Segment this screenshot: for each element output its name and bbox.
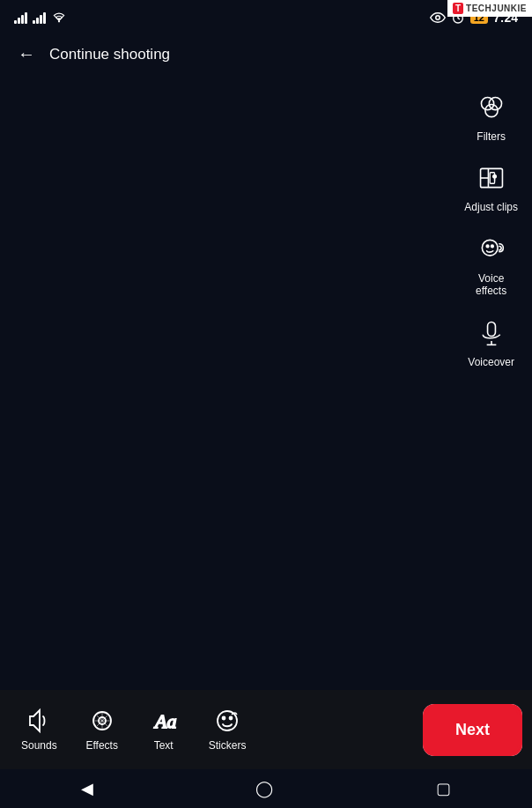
svg-point-0 [58,20,60,22]
sounds-label: Sounds [21,739,57,752]
svg-rect-14 [487,322,495,336]
svg-point-21 [223,717,225,720]
nav-back-button[interactable]: ◀ [63,772,111,805]
nav-title: Continue shooting [49,46,170,63]
nav-recents-button[interactable]: ▢ [418,772,469,805]
right-toolbar: Filters Adjust clips [464,88,518,368]
status-left [14,11,67,26]
stickers-tool[interactable]: Stickers [195,701,261,759]
signal-2 [33,11,46,24]
watermark-brand: TECHJUNKIE [466,4,527,13]
bottom-tools-group: Sounds Effects Aa Text [7,701,427,759]
svg-point-22 [230,717,233,720]
sounds-icon [26,708,52,734]
voiceover-label: Voiceover [468,356,514,368]
svg-point-11 [482,240,498,256]
filters-label: Filters [477,130,506,143]
voice-effects-icon [472,230,511,269]
signal-1 [14,11,27,24]
effects-icon [89,708,115,734]
text-tool[interactable]: Aa Text [133,701,195,759]
text-label: Text [154,739,174,752]
voice-effects-tool[interactable]: Voiceeffects [472,230,511,298]
watermark-t: T [453,3,463,14]
voiceover-tool[interactable]: Voiceover [468,314,514,368]
text-icon: Aa [151,708,177,734]
nav-home-button[interactable]: ◯ [238,772,291,805]
filters-icon [472,88,511,127]
eye-icon [430,11,446,24]
back-button[interactable]: ← [14,41,39,68]
main-content: Filters Adjust clips [0,79,532,690]
svg-point-4 [489,97,501,109]
stickers-icon [214,708,240,734]
stickers-label: Stickers [209,739,247,752]
effects-label: Effects [85,739,117,752]
filters-tool[interactable]: Filters [472,88,511,143]
voiceover-icon [472,314,511,352]
effects-tool[interactable]: Effects [71,701,133,759]
top-navigation: ← Continue shooting [0,32,532,77]
svg-text:Aa: Aa [153,710,176,732]
svg-point-12 [486,245,489,248]
voice-effects-label: Voiceeffects [476,272,506,298]
next-button[interactable]: Next [427,708,518,752]
watermark: T TECHJUNKIE [447,0,532,17]
system-nav-bar: ◀ ◯ ▢ [0,769,532,808]
adjust-clips-tool[interactable]: Adjust clips [464,159,518,213]
svg-point-13 [491,245,493,248]
sounds-tool[interactable]: Sounds [7,701,71,759]
bottom-toolbar: Sounds Effects Aa Text [0,690,532,769]
svg-point-1 [435,16,440,20]
wifi-icon [51,11,67,26]
svg-point-5 [485,104,498,116]
adjust-clips-icon [472,159,511,197]
adjust-clips-label: Adjust clips [464,201,518,213]
svg-point-20 [218,711,237,730]
